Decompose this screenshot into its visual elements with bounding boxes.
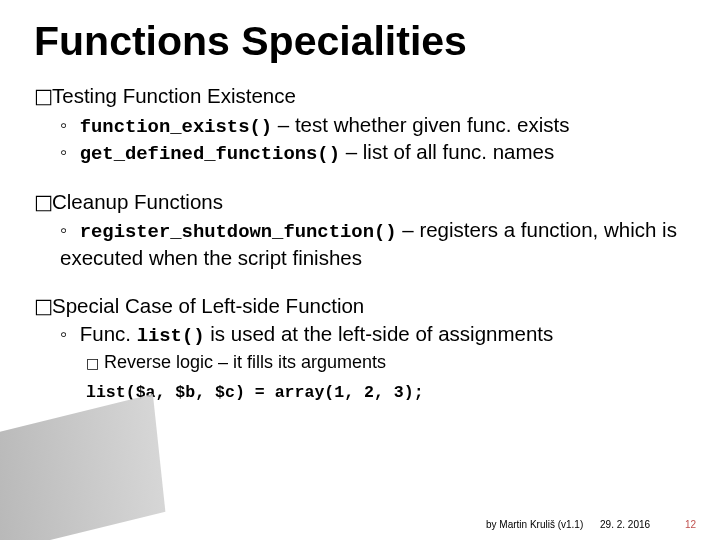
section-cleanup: □Cleanup Functions ◦ register_shutdown_f… (34, 189, 686, 271)
code-span: register_shutdown_function() (80, 221, 397, 243)
bullet-item: ◦ register_shutdown_function() – registe… (60, 217, 686, 270)
bullet-item: ◦ function_exists() – test whether given… (60, 112, 686, 140)
slide-title: Functions Specialities (34, 18, 686, 65)
code-span: function_exists() (80, 116, 272, 138)
bullet-item: ◦ Func. list() is used at the left-side … (60, 321, 686, 349)
section-special: □Special Case of Left-side Function ◦ Fu… (34, 293, 686, 403)
footer-page: 12 (685, 519, 696, 530)
section-heading: □Cleanup Functions (34, 189, 686, 216)
decorative-wedge (0, 394, 165, 540)
section-heading: □Special Case of Left-side Function (34, 293, 686, 320)
sub-bullet: □Reverse logic – it fills its arguments (86, 351, 686, 374)
code-span: list() (137, 325, 205, 347)
footer-date: 29. 2. 2016 (600, 519, 650, 530)
bullet-item: ◦ get_defined_functions() – list of all … (60, 139, 686, 167)
section-testing: □Testing Function Existence ◦ function_e… (34, 83, 686, 167)
footer-author: by Martin Kruliš (v1.1) (486, 519, 583, 530)
code-span: get_defined_functions() (80, 143, 340, 165)
slide-footer: by Martin Kruliš (v1.1) 29. 2. 2016 12 (486, 519, 696, 530)
section-heading: □Testing Function Existence (34, 83, 686, 110)
code-line: list($a, $b, $c) = array(1, 2, 3); (86, 381, 686, 402)
